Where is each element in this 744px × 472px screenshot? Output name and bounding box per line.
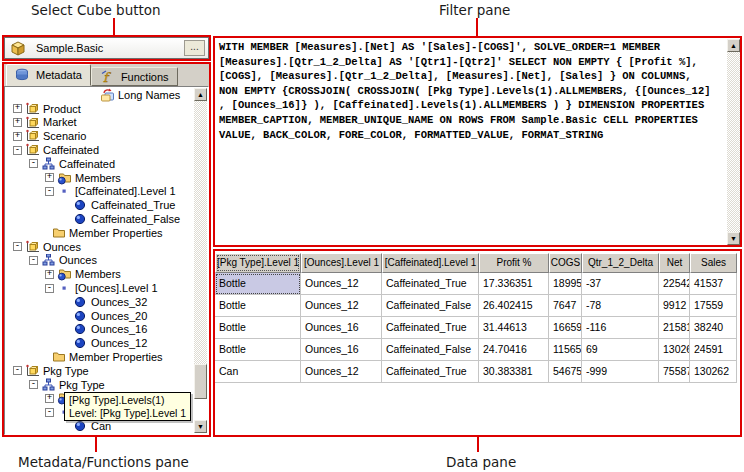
column-header-net[interactable]: Net bbox=[659, 253, 690, 273]
collapse-icon[interactable]: - bbox=[29, 256, 38, 265]
expand-icon[interactable]: + bbox=[13, 104, 22, 113]
scroll-up-button[interactable]: ▲ bbox=[194, 88, 207, 101]
table-cell[interactable]: 26.402415 bbox=[479, 295, 549, 317]
table-cell[interactable]: Can bbox=[215, 361, 301, 383]
table-cell[interactable]: 130262 bbox=[690, 361, 737, 383]
table-cell[interactable]: 7647 bbox=[549, 295, 582, 317]
table-cell[interactable]: Bottle bbox=[215, 339, 301, 361]
table-cell[interactable]: Ounces_16 bbox=[301, 317, 382, 339]
table-cell[interactable]: 31.44613 bbox=[479, 317, 549, 339]
filter-scroll-down-button[interactable]: ▼ bbox=[727, 232, 740, 245]
tree-item-member-properties[interactable]: Member Properties bbox=[5, 226, 194, 240]
table-cell[interactable]: Caffeinated_True bbox=[382, 361, 479, 383]
expand-icon[interactable]: + bbox=[45, 173, 54, 182]
level-icon bbox=[57, 185, 72, 199]
tree-item-ounces[interactable]: -Ounces bbox=[5, 240, 194, 254]
table-cell[interactable]: 16659 bbox=[549, 317, 582, 339]
table-cell[interactable]: 9912 bbox=[659, 295, 690, 317]
table-cell[interactable]: 41537 bbox=[690, 273, 737, 295]
table-cell[interactable]: 38240 bbox=[690, 317, 737, 339]
table-cell[interactable]: Ounces_12 bbox=[301, 295, 382, 317]
tree-item-pkg-type[interactable]: -Pkg Type bbox=[5, 364, 194, 378]
table-cell[interactable]: Ounces_16 bbox=[301, 339, 382, 361]
mdx-query-text[interactable]: WITH MEMBER [Measures].[Net] AS '[Sales]… bbox=[219, 40, 723, 142]
table-cell[interactable]: Caffeinated_False bbox=[382, 295, 479, 317]
collapse-icon[interactable]: - bbox=[45, 408, 54, 417]
tree-item-ounces-32[interactable]: Ounces_32 bbox=[5, 295, 194, 309]
table-cell[interactable]: Caffeinated_True bbox=[382, 273, 479, 295]
tree-item-caffeinated[interactable]: -Caffeinated bbox=[5, 143, 194, 157]
table-cell[interactable]: Caffeinated_False bbox=[382, 339, 479, 361]
expand-icon[interactable]: + bbox=[13, 132, 22, 141]
table-cell[interactable]: -37 bbox=[582, 273, 659, 295]
table-cell[interactable]: Bottle bbox=[215, 295, 301, 317]
tab-functions[interactable]: f Functions bbox=[91, 67, 178, 86]
tree-item-caffeinated-level-1[interactable]: -[Caffeinated].Level 1 bbox=[5, 185, 194, 199]
tree-item-market[interactable]: +Market bbox=[5, 116, 194, 130]
tree-item-caffeinated[interactable]: -Caffeinated bbox=[5, 157, 194, 171]
tree-item-members[interactable]: +Members bbox=[5, 171, 194, 185]
column-header-cogs[interactable]: COGS bbox=[549, 253, 582, 273]
table-cell[interactable]: -999 bbox=[582, 361, 659, 383]
tree-item-caffeinated-false[interactable]: Caffeinated_False bbox=[5, 212, 194, 226]
table-cell[interactable]: 24.70416 bbox=[479, 339, 549, 361]
scroll-down-button[interactable]: ▼ bbox=[194, 420, 207, 433]
tree-item-can[interactable]: Can bbox=[5, 419, 194, 433]
tree-item-long-names[interactable]: Long Names bbox=[5, 88, 194, 102]
column-header-profit[interactable]: Profit % bbox=[479, 253, 549, 273]
tab-metadata[interactable]: Metadata bbox=[6, 64, 91, 86]
collapse-icon[interactable]: - bbox=[29, 159, 38, 168]
tree-item-label: Pkg Type bbox=[59, 379, 105, 391]
expand-icon[interactable]: + bbox=[45, 270, 54, 279]
table-cell[interactable]: Caffeinated_True bbox=[382, 317, 479, 339]
table-cell[interactable]: Bottle bbox=[215, 317, 301, 339]
collapse-icon[interactable]: - bbox=[29, 380, 38, 389]
collapse-icon[interactable]: - bbox=[45, 187, 54, 196]
tree-item-product[interactable]: +Product bbox=[5, 102, 194, 116]
column-header-sales[interactable]: Sales bbox=[690, 253, 737, 273]
table-cell[interactable]: 22542 bbox=[659, 273, 690, 295]
selected-cell[interactable]: Bottle bbox=[215, 273, 301, 295]
tree-item-members[interactable]: +Members bbox=[5, 267, 194, 281]
table-cell[interactable]: 75587 bbox=[659, 361, 690, 383]
expand-icon[interactable]: + bbox=[45, 394, 54, 403]
scrollbar-track[interactable] bbox=[194, 101, 207, 399]
table-cell[interactable]: 17.336351 bbox=[479, 273, 549, 295]
table-cell[interactable]: -116 bbox=[582, 317, 659, 339]
tree-item-ounces-16[interactable]: Ounces_16 bbox=[5, 323, 194, 337]
table-cell[interactable]: 30.383381 bbox=[479, 361, 549, 383]
tree-item-ounces-level-1[interactable]: -[Ounces].Level 1 bbox=[5, 281, 194, 295]
cube-selector-field[interactable]: Sample.Basic ... bbox=[4, 37, 209, 59]
column-header-ounces-level-1[interactable]: [Ounces].Level 1 bbox=[301, 253, 382, 273]
table-cell[interactable]: 11565 bbox=[549, 339, 582, 361]
tree-item-member-properties[interactable]: Member Properties bbox=[5, 350, 194, 364]
expand-icon[interactable]: + bbox=[13, 118, 22, 127]
table-cell[interactable]: -78 bbox=[582, 295, 659, 317]
tree-item-ounces-20[interactable]: Ounces_20 bbox=[5, 309, 194, 323]
collapse-icon[interactable]: - bbox=[13, 242, 22, 251]
scrollbar-thumb[interactable] bbox=[194, 364, 207, 399]
table-cell[interactable]: 69 bbox=[582, 339, 659, 361]
filter-scroll-up-button[interactable]: ▲ bbox=[727, 39, 740, 52]
table-cell[interactable]: 18995 bbox=[549, 273, 582, 295]
tree-item-caffeinated-true[interactable]: Caffeinated_True bbox=[5, 198, 194, 212]
collapse-icon[interactable]: - bbox=[13, 146, 22, 155]
table-cell[interactable]: 21581 bbox=[659, 317, 690, 339]
table-cell[interactable]: 24591 bbox=[690, 339, 737, 361]
select-cube-button[interactable]: ... bbox=[184, 40, 205, 56]
column-header-qtr-1-2-delta[interactable]: Qtr_1_2_Delta bbox=[582, 253, 659, 273]
column-header-pkg-type-level-1[interactable]: [Pkg Type].Level 1 bbox=[215, 253, 301, 273]
collapse-icon[interactable]: - bbox=[13, 366, 22, 375]
tree-item-pkg-type[interactable]: -Pkg Type bbox=[5, 378, 194, 392]
table-cell[interactable]: Ounces_12 bbox=[301, 273, 382, 295]
collapse-icon[interactable]: - bbox=[45, 284, 54, 293]
column-header-caffeinated-level-1[interactable]: [Caffeinated].Level 1 bbox=[382, 253, 479, 273]
tree-item-scenario[interactable]: +Scenario bbox=[5, 129, 194, 143]
table-cell[interactable]: 13026 bbox=[659, 339, 690, 361]
table-cell[interactable]: 54675 bbox=[549, 361, 582, 383]
filter-scrollbar-track[interactable] bbox=[727, 52, 740, 232]
table-cell[interactable]: 17559 bbox=[690, 295, 737, 317]
tree-item-ounces-12[interactable]: Ounces_12 bbox=[5, 336, 194, 350]
table-cell[interactable]: Ounces_12 bbox=[301, 361, 382, 383]
tree-item-ounces[interactable]: -Ounces bbox=[5, 254, 194, 268]
